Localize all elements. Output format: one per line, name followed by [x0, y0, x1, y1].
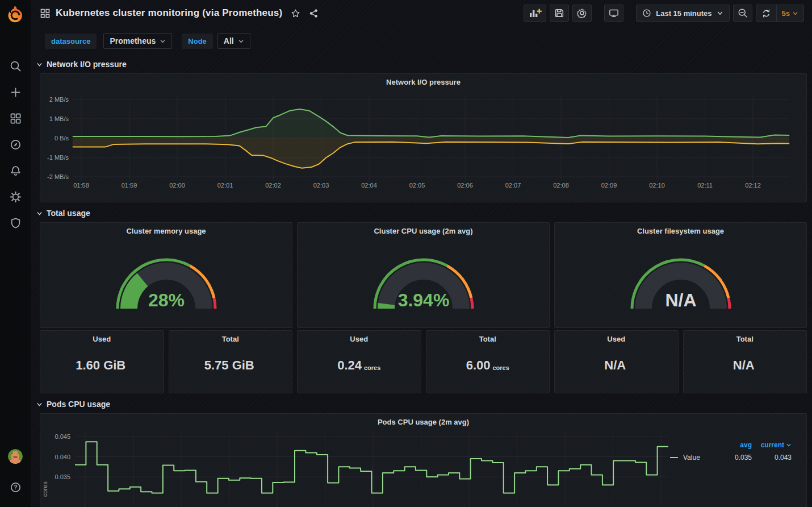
sidebar: ?	[0, 0, 31, 507]
row-header-network[interactable]: Network I/O pressure	[31, 53, 812, 73]
panel-title-memory[interactable]: Cluster memory usage	[40, 223, 292, 236]
threshold-ring	[728, 298, 729, 309]
zoom-out-button[interactable]	[733, 5, 752, 22]
main-content: Kubernetes cluster monitoring (via Prome…	[31, 0, 812, 507]
y-tick: 0.035	[55, 473, 70, 480]
panel-filesystem-total: Total N/A	[683, 330, 807, 393]
stat-value: N/A	[604, 358, 626, 373]
gauge-value-arc	[386, 304, 387, 308]
row-header-pods-cpu[interactable]: Pods CPU usage	[31, 393, 812, 413]
variable-datasource-value-dropdown[interactable]: Prometheus	[103, 33, 172, 49]
stat-value: 1.60 GiB	[76, 358, 125, 373]
series-marker	[670, 457, 678, 458]
refresh-interval-label: 5s	[782, 9, 790, 18]
y-tick: -1 MB/s	[47, 154, 69, 161]
y-tick: -2 MB/s	[47, 173, 69, 180]
add-panel-button[interactable]	[524, 5, 546, 22]
y-tick: 0.045	[55, 433, 70, 440]
y-tick: 1 MB/s	[49, 115, 69, 122]
x-tick: 02:08	[553, 182, 569, 189]
series-line	[73, 142, 789, 168]
panel-cluster-memory-gauge: Cluster memory usage 28%	[40, 222, 292, 328]
share-icon[interactable]	[309, 9, 319, 18]
panel-memory-total: Total 5.75 GiB	[169, 330, 293, 393]
create-plus-icon[interactable]	[0, 79, 31, 105]
x-tick: 02:07	[505, 182, 521, 189]
server-admin-shield-icon[interactable]	[0, 210, 31, 236]
variable-node-label: Node	[182, 34, 213, 49]
panel-title-network[interactable]: Network I/O pressure	[40, 74, 806, 87]
search-icon[interactable]	[0, 53, 31, 79]
panel-cpu-total: Total 6.00cores	[426, 330, 550, 393]
variable-node-value-dropdown[interactable]: All	[217, 33, 250, 49]
x-tick: 02:02	[265, 182, 281, 189]
panel-pods-cpu: Pods CPU usage (2m avg) 0.0450.0400.035c…	[40, 413, 807, 507]
variable-datasource: datasource Prometheus	[45, 33, 172, 49]
variable-datasource-label: datasource	[45, 34, 97, 49]
legend-series-value[interactable]: Value	[670, 454, 719, 462]
panel-cluster-cpu-gauge: Cluster CPU usage (2m avg) 3.94%	[297, 222, 550, 328]
gauge-value-text: 3.94%	[397, 290, 449, 310]
panel-title-pods[interactable]: Pods CPU usage (2m avg)	[40, 414, 806, 427]
user-avatar[interactable]	[8, 449, 23, 464]
grafana-logo[interactable]	[6, 5, 24, 23]
legend-current-value: 0.043	[752, 454, 792, 462]
cpu-gauge: 3.94%	[370, 248, 478, 315]
legend-col-current[interactable]: current	[752, 441, 792, 449]
series-line	[75, 442, 668, 493]
help-icon[interactable]: ?	[0, 474, 31, 500]
panel-title-filesystem[interactable]: Cluster filesystem usage	[555, 223, 806, 236]
x-tick: 01:58	[73, 182, 89, 189]
star-icon[interactable]	[291, 9, 300, 18]
x-tick: 02:00	[169, 182, 185, 189]
dashboard-toolbar: Last 15 minutes 5s	[524, 5, 804, 22]
refresh-controls: 5s	[756, 5, 804, 22]
row-header-total-usage[interactable]: Total usage	[31, 202, 812, 222]
dashboard-settings-button[interactable]	[572, 5, 592, 22]
dashboards-grid-icon[interactable]	[0, 105, 31, 131]
x-tick: 02:04	[361, 182, 377, 189]
template-variables-bar: datasource Prometheus Node All	[31, 26, 812, 53]
clock-icon	[642, 9, 651, 18]
memory-gauge: 28%	[112, 248, 220, 315]
x-tick: 01:59	[122, 182, 137, 189]
network-io-chart[interactable]: 01:5801:5902:0002:0102:0202:0302:0402:05…	[40, 87, 801, 195]
x-tick: 02:09	[601, 182, 617, 189]
x-tick: 02:11	[697, 182, 713, 189]
panel-memory-used: Used 1.60 GiB	[40, 330, 164, 393]
chart-legend: avg current Value 0.035 0.043	[670, 439, 792, 464]
threshold-ring	[471, 298, 472, 309]
cycle-view-tv-button[interactable]	[604, 5, 623, 22]
panel-filesystem-used: Used N/A	[554, 330, 679, 393]
configuration-gear-icon[interactable]	[0, 184, 31, 210]
alerting-bell-icon[interactable]	[0, 157, 31, 184]
y-tick: 0 B/s	[55, 135, 69, 142]
time-range-label: Last 15 minutes	[656, 9, 711, 18]
legend-col-avg[interactable]: avg	[719, 441, 752, 449]
stat-value: 0.24	[337, 358, 362, 373]
y-tick: 2 MB/s	[49, 96, 69, 103]
explore-compass-icon[interactable]	[0, 131, 31, 157]
legend-series-row: Value 0.035 0.043	[670, 451, 792, 464]
refresh-button[interactable]	[756, 5, 776, 21]
gauge-value-text: 28%	[148, 290, 184, 310]
dashboard-title: Kubernetes cluster monitoring (via Prome…	[56, 7, 282, 19]
panel-cluster-filesystem-gauge: Cluster filesystem usage N/A	[554, 222, 807, 328]
refresh-interval-select[interactable]: 5s	[776, 5, 803, 21]
panel-title-cpu[interactable]: Cluster CPU usage (2m avg)	[298, 223, 549, 236]
save-dashboard-button[interactable]	[550, 5, 569, 22]
svg-text:?: ?	[14, 484, 17, 491]
apps-grid-icon[interactable]	[40, 9, 50, 18]
chevron-down-icon	[717, 10, 723, 16]
panel-network-io: Network I/O pressure 01:5801:5902:0002:0…	[40, 73, 807, 202]
stat-value: N/A	[733, 358, 755, 373]
legend-header: avg current	[670, 439, 792, 451]
time-range-picker[interactable]: Last 15 minutes	[636, 5, 729, 22]
variable-node: Node All	[182, 33, 250, 49]
filesystem-gauge: N/A	[627, 248, 735, 315]
x-tick: 02:05	[409, 182, 425, 189]
x-tick: 02:03	[313, 182, 329, 189]
legend-avg-value: 0.035	[719, 454, 752, 462]
x-tick: 02:10	[649, 182, 665, 189]
x-tick: 02:01	[217, 182, 233, 189]
